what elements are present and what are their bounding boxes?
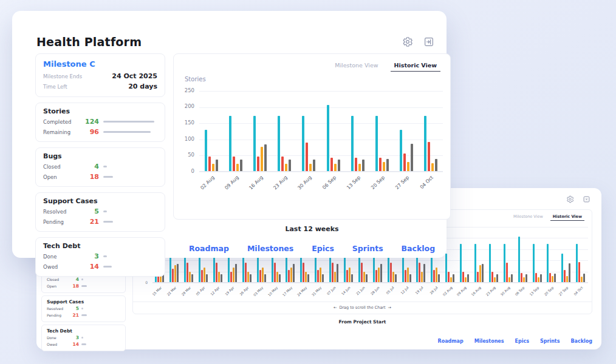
bar-red — [201, 270, 203, 282]
stat-bar — [81, 278, 83, 280]
x-label-13-sep: 13 Sep — [530, 283, 545, 297]
bar-group-30-aug — [302, 116, 315, 172]
right-arrow-icon: → — [386, 305, 394, 310]
bar-red — [379, 158, 382, 171]
bar-red — [361, 263, 363, 282]
x-label-02-aug: 02 Aug — [443, 283, 457, 297]
bar-teal — [518, 237, 520, 282]
x-label-30-aug: 30 Aug — [501, 283, 516, 297]
y-tick-label: 150 — [183, 120, 194, 126]
stat-label: Owed — [43, 264, 81, 270]
y-tick-label: 0 — [183, 168, 194, 174]
x-label-13-sep: 13 Sep — [346, 172, 370, 197]
bar-orange — [349, 268, 351, 282]
bar-group-27-sep — [400, 130, 413, 171]
stat-bar — [103, 176, 113, 178]
stat-value: 21 — [69, 312, 79, 318]
nav-link-sprints[interactable]: Sprints — [540, 339, 560, 344]
stat-label: Pending — [47, 313, 69, 317]
bar-gray — [525, 274, 527, 282]
stat-value: 3 — [69, 335, 79, 340]
bar-gray — [362, 160, 364, 171]
nav-link-epics[interactable]: Epics — [312, 244, 334, 253]
historic-chart-12w: 05010015020025002 Aug09 Aug16 Aug23 Aug3… — [183, 54, 443, 219]
settings-gear-icon[interactable] — [402, 36, 413, 47]
bar-red — [306, 143, 308, 171]
bar-teal — [445, 254, 447, 282]
stat-row-closed: Closed4 — [47, 277, 120, 282]
drag-hint: ←Drag to scroll the Chart→ — [133, 305, 592, 310]
bar-orange — [174, 265, 176, 282]
x-label-06-sep: 06 Sep — [321, 172, 345, 197]
bar-teal — [489, 244, 491, 282]
bar-red — [208, 157, 211, 171]
nav-link-sprints[interactable]: Sprints — [352, 244, 383, 253]
x-label-03-may: 03 May — [254, 283, 269, 297]
stat-card-title: Support Cases — [43, 197, 157, 205]
bar-red — [491, 272, 493, 282]
main-window: Health Platform Milestone C Mi — [12, 11, 447, 258]
x-label-05-apr: 05 Apr — [196, 283, 211, 297]
bar-group-09-aug — [460, 244, 469, 282]
bar-teal — [576, 244, 578, 282]
stat-card-title: Bugs — [43, 152, 157, 160]
x-label-28-jun: 28 Jun — [371, 283, 385, 297]
nav-link-roadmap[interactable]: Roadmap — [189, 244, 229, 253]
stat-value: 18 — [81, 173, 99, 181]
bar-red — [330, 158, 333, 171]
y-tick-label: 50 — [183, 152, 194, 158]
bar-orange — [363, 272, 365, 282]
bar-teal — [327, 105, 329, 171]
stat-bar — [103, 166, 107, 167]
bar-orange — [334, 272, 336, 282]
bar-gray — [293, 264, 295, 282]
stat-label: Owed — [47, 342, 69, 346]
bar-orange — [581, 277, 583, 282]
bar-gray — [511, 274, 513, 282]
stat-label: Done — [43, 254, 81, 260]
stat-card-title: Tech Debt — [47, 328, 120, 334]
bar-group-30-aug — [504, 244, 513, 282]
chart-panel: Milestone View Historic View Stories 050… — [173, 53, 451, 220]
bar-gray — [240, 160, 242, 171]
settings-gear-icon[interactable] — [566, 195, 574, 203]
bar-gray — [322, 274, 324, 282]
x-label-23-aug: 23 Aug — [272, 172, 296, 197]
stat-label: Resolved — [43, 209, 81, 215]
nav-link-backlog[interactable]: Backlog — [402, 244, 436, 253]
nav-link-epics[interactable]: Epics — [515, 339, 529, 344]
chart-caption: Last 12 weeks — [173, 225, 451, 233]
chart-plot — [199, 91, 443, 172]
bar-orange — [407, 162, 409, 171]
stat-row-closed: Closed4 — [43, 163, 157, 170]
bar-gray — [216, 160, 218, 171]
chart-caption: From Project Start — [132, 319, 592, 325]
bar-orange — [247, 272, 249, 282]
x-label-27-sep: 27 Sep — [559, 283, 573, 297]
bar-group-23-aug — [489, 244, 498, 282]
collapse-window-icon[interactable] — [583, 195, 590, 203]
bar-red — [317, 270, 319, 282]
bar-group-23-aug — [278, 116, 291, 172]
nav-link-backlog[interactable]: Backlog — [570, 339, 592, 344]
x-label-19-apr: 19 Apr — [225, 283, 240, 297]
nav-link-roadmap[interactable]: Roadmap — [437, 339, 463, 344]
milestone-ends-row: Milestone Ends 24 Oct 2025 — [43, 72, 157, 80]
bar-orange — [508, 277, 510, 282]
stat-card-support-cases: Support CasesResolved5Pending21 — [41, 295, 126, 322]
nav-link-milestones[interactable]: Milestones — [474, 339, 504, 344]
time-left-value: 20 days — [128, 83, 157, 90]
page-title: Health Platform — [36, 35, 142, 49]
stat-label: Completed — [43, 119, 81, 125]
y-tick-label: 200 — [183, 103, 194, 109]
x-label-26-jul: 26 Jul — [428, 283, 443, 297]
nav-link-milestones[interactable]: Milestones — [247, 244, 293, 253]
bottom-nav: RoadmapMilestonesEpicsSprintsBacklog — [173, 244, 451, 253]
open-panel-icon[interactable] — [423, 36, 434, 47]
bar-orange — [261, 147, 263, 171]
bar-gray — [423, 264, 425, 282]
bar-gray — [279, 274, 281, 282]
milestone-ends-label: Milestone Ends — [43, 73, 82, 79]
x-label-04-oct: 04 Oct — [573, 283, 588, 297]
stat-row-pending: Pending21 — [43, 218, 157, 226]
